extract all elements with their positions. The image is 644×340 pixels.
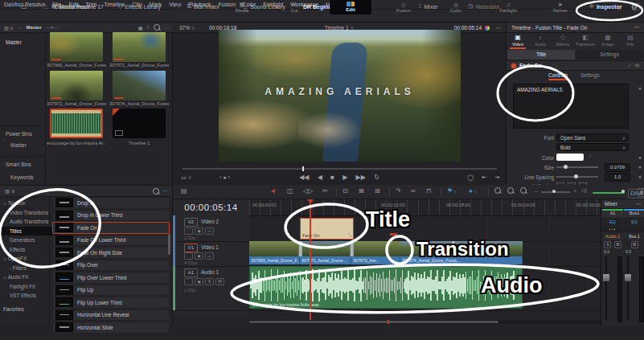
sidebar-group-audio-fx[interactable]: ∨Audio FX (0, 272, 50, 282)
font-family-dropdown[interactable]: Open Sans∨ (556, 133, 629, 141)
media-clip-thumbnail[interactable] (50, 71, 103, 100)
viewer-seek-bar[interactable] (183, 168, 497, 170)
title-preset-row[interactable]: Flip Over Lower Third (52, 272, 170, 284)
sidebar-item-titles[interactable]: Titles (0, 227, 59, 236)
timeline-options-icon[interactable]: ▤ (181, 187, 187, 195)
zoom-out-icon[interactable]: – (535, 187, 538, 195)
auto-select-icon[interactable]: ◉ (195, 278, 203, 285)
video-clip[interactable] (351, 241, 400, 256)
tab-effects[interactable]: ◇Effects (552, 34, 574, 47)
title-preset-row[interactable]: Flip Over (52, 260, 170, 272)
title-preset-row[interactable]: Drop In Lower Third (52, 210, 170, 222)
eq-button[interactable]: EQ (624, 218, 644, 226)
selection-mode-icon[interactable]: ➤ (269, 186, 278, 195)
thumb-size-slider[interactable]: —●— (46, 25, 59, 30)
keyframe-add-icon[interactable]: ● (638, 85, 642, 91)
video-clip[interactable] (249, 241, 300, 256)
loop-button[interactable]: ↻ (374, 174, 379, 181)
mute-button[interactable]: M (614, 241, 621, 248)
title-preset-row[interactable]: Horizontal Line Reveal (52, 309, 170, 322)
panel-toggle-icon[interactable]: ▥ ∨ (5, 188, 15, 195)
track-lock-icon[interactable] (184, 227, 193, 235)
zoom-slider-knob[interactable] (552, 190, 556, 193)
zoom-detail-icon[interactable] (507, 187, 514, 194)
title-preset-row[interactable]: Flip Up (52, 285, 170, 297)
size-slider[interactable] (556, 166, 598, 168)
pan-control[interactable]: ••• (602, 227, 623, 232)
channel-tab[interactable]: Bus1 (624, 209, 644, 217)
page-deliver[interactable]: ➤Deliver (539, 0, 581, 14)
solo-button[interactable]: S (205, 278, 214, 285)
playhead[interactable] (310, 199, 311, 320)
grid-view-icon[interactable]: ▦ (138, 25, 143, 31)
replace-clip-icon[interactable]: ⊞ (375, 187, 380, 195)
dynamic-trim-mode-icon[interactable]: ◁▷ (303, 187, 313, 195)
out-point-icon[interactable]: ⇥ (494, 174, 499, 181)
title-preset-row[interactable]: Horizontal Slide (52, 322, 170, 334)
go-to-end-button[interactable]: ▶▶ (356, 174, 366, 181)
stop-button[interactable]: ■ (330, 174, 334, 181)
track-enable-icon[interactable]: ▭ (205, 252, 214, 260)
keyframe-add-icon[interactable]: ● (638, 154, 642, 160)
title-preset-row-selected[interactable]: Fade On (52, 222, 170, 234)
sidebar-item-filters[interactable]: ›Filters (0, 264, 56, 273)
sidebar-item-favorites[interactable]: Favorites (0, 305, 53, 314)
sidebar-item-power-master[interactable]: Master (10, 142, 27, 148)
viewer-options-icon[interactable]: ⋯ (496, 25, 502, 31)
title-preset-row[interactable]: Drop In (52, 197, 170, 209)
sidebar-item-smart-bins[interactable]: Smart Bins (6, 162, 31, 167)
color-swatch[interactable] (556, 154, 584, 161)
panel-toggle-icon[interactable]: ▥ ∨ (4, 25, 14, 31)
audio-level-slider[interactable] (593, 192, 625, 194)
effect-header-row[interactable]: Fade On ⟋ ⟲ (507, 60, 644, 71)
track-enable-icon[interactable]: ▭ (205, 227, 214, 235)
more-options-icon[interactable]: ⋯ (162, 188, 168, 195)
track-v2-name[interactable]: Video 2 (201, 219, 219, 224)
page-fairlight[interactable]: ♫Fairlight (487, 0, 529, 14)
mute-button[interactable]: M (215, 278, 224, 285)
tab-transition[interactable]: ◧Transition (574, 34, 597, 47)
tab-file[interactable]: ▤File (619, 34, 642, 47)
insert-clip-icon[interactable]: ⊡ (343, 187, 348, 195)
sidebar-item-generators[interactable]: Generators (0, 236, 59, 245)
track-a1-badge[interactable]: A1 (184, 268, 198, 277)
sidebar-item-vst-effects[interactable]: VST Effects (0, 291, 59, 301)
media-clip-thumbnail[interactable] (113, 71, 166, 100)
zoom-full-icon[interactable] (494, 187, 501, 194)
edit-index-button[interactable]: ☰Edit Index (187, 0, 219, 13)
video-clip-name[interactable]: 307971_Aerial_Drone... (300, 256, 351, 264)
transition-marker[interactable] (298, 241, 302, 256)
blade-edit-mode-icon[interactable]: ✂ (322, 187, 328, 195)
settings-gear-icon[interactable]: ⚙ (631, 3, 638, 11)
transition-marker[interactable] (350, 241, 354, 256)
more-options-icon[interactable]: ⋯ (164, 25, 169, 31)
pan-control[interactable] (624, 227, 644, 232)
video-clip-name[interactable]: 307969_Aerial_Drone_F... (249, 256, 300, 264)
inspector-options-icon[interactable]: ⋯ (634, 24, 640, 31)
search-icon[interactable] (154, 24, 160, 31)
go-to-start-button[interactable]: ◀◀ (299, 174, 309, 181)
audio-clip[interactable]: encourage by lux-inspira Artlist.wav (249, 266, 523, 309)
match-frame-icon[interactable]: ◯ (467, 174, 474, 181)
size-slider-knob[interactable] (564, 165, 568, 169)
eyedropper-icon[interactable]: ⟋ (589, 154, 592, 160)
speaker-icon[interactable]: ◁) (581, 187, 587, 194)
channel-tab[interactable]: A1 (602, 209, 623, 217)
tab-image[interactable]: ▦Image (597, 34, 619, 47)
linked-selection-icon[interactable]: ∞ (411, 187, 416, 195)
sidebar-group-openfx[interactable]: ∨OpenFX (0, 254, 50, 264)
keyframe-add-icon[interactable]: ● (638, 174, 642, 179)
sidebar-group-toolbox[interactable]: ∨Toolbox (0, 199, 50, 208)
fader-track[interactable] (627, 256, 629, 321)
controls-settings-tab[interactable]: Settings (580, 72, 600, 78)
track-lock-icon[interactable] (184, 252, 193, 260)
position-lock-icon[interactable]: ⊓ (426, 187, 431, 195)
transition-marker[interactable] (451, 241, 455, 256)
media-clip-thumbnail[interactable] (113, 32, 166, 62)
overwrite-clip-icon[interactable]: ⊠ (359, 187, 364, 195)
trim-edit-mode-icon[interactable]: ◫ (287, 187, 293, 195)
scrollbar-handle[interactable] (249, 321, 498, 323)
size-value[interactable]: 0.0709 (605, 163, 630, 172)
nav-back-icon[interactable]: ‹ › (18, 25, 23, 30)
title-preset-row[interactable]: Flip Up Lower Third (52, 297, 170, 309)
